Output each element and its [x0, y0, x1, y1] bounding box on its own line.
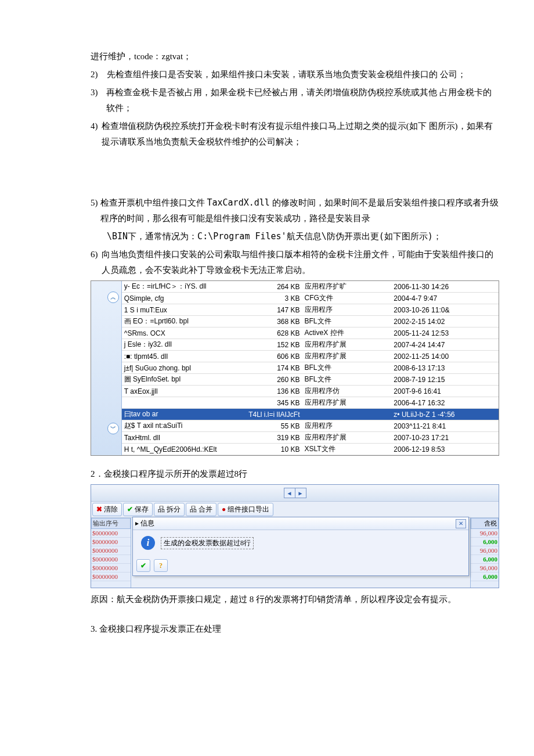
table-row[interactable]: 画 EO：=Lprtl60. bpl368 KBBFL文件2002-2-15 1… [122, 316, 499, 327]
list-item: 96,000 [471, 546, 499, 555]
table-row[interactable]: 345 KB应用程序扩展2006-4-17 16:32 [122, 397, 499, 409]
dialog-body: i 生成的金税发票数据超过8行 [133, 530, 468, 556]
text-5a: 检查开票机中组件接口文件 [100, 198, 207, 207]
num-4: 4) [91, 118, 102, 150]
split-label: 拆分 [167, 505, 181, 514]
dialog-message: 生成的金税发票数据超过8行 [161, 537, 254, 549]
merge-icon: 品 [190, 505, 197, 514]
table-row[interactable]: y- Ec：=irLfHC＞：iYS. dll264 KB应用程序扩旷2006-… [122, 281, 499, 293]
item-3: 3) 再检查金税卡是否被占用，如果金税卡已经被占用，请关闭增值税防伪税控系统或其… [35, 85, 499, 116]
left-header: 输出序号 [91, 518, 131, 529]
text-6: 向当地负责组件接口安装的公司索取与组件接口版本相符的金税卡注册文件，可能由于安装… [102, 247, 499, 278]
table-row[interactable]: TaxHtml. dll319 KB应用程序扩展2007-10-23 17:21 [122, 432, 499, 444]
section-3-title: 3. 金税接口程序提示发票正在处理 [35, 621, 499, 637]
dialog-title-text: 信息 [140, 519, 154, 527]
export-label: 组件接口导出 [228, 505, 269, 514]
num-2: 2) [91, 67, 107, 82]
left-column: 输出序号 $0000000$0000000$0000000$0000000$00… [91, 518, 131, 588]
text-5c: \BIN下，通常情况为：C:\Program Files'航天信息\防伪开票出更… [35, 229, 499, 244]
info-dialog: ▸ 信息 ✕ i 生成的金税发票数据超过8行 ✔ ? [132, 517, 469, 576]
clear-button[interactable]: ✖清除 [92, 503, 122, 516]
section-2-title: 2．金税接口程序提示所开的发票超过8行 [35, 466, 499, 482]
num-6: 6) [91, 247, 102, 278]
dialog-buttons: ✔ ? [133, 556, 468, 575]
list-item: $0000000 [91, 538, 131, 546]
text-3: 再检查金税卡是否被占用，如果金税卡已经被占用，请关闭增值税防伪税控系统或其他 占… [106, 85, 499, 116]
app-body: 输出序号 $0000000$0000000$0000000$0000000$00… [91, 518, 499, 588]
chevron-down-icon[interactable]: ︾ [107, 423, 119, 434]
file-name: TaxCardX.dll [207, 197, 269, 208]
save-label: 保存 [135, 505, 149, 514]
split-icon: 品 [158, 505, 165, 514]
file-table: y- Ec：=irLfHC＞：iYS. dll264 KB应用程序扩旷2006-… [122, 281, 499, 455]
explorer-sidebar: ︽ ︾ [91, 281, 122, 455]
table-row[interactable]: 赵$ T axil nt:aSuiTi55 KB应用程序2003^11-21 8… [122, 420, 499, 432]
table-row[interactable]: :■: tlpmt45. dll606 KB应用程序扩展2002-11-25 1… [122, 351, 499, 362]
dialog-titlebar: ▸ 信息 ✕ [133, 517, 468, 530]
num-5: 5) [91, 195, 100, 226]
table-row[interactable]: j Esle：iy32. dll152 KB应用程序扩展2007-4-24 14… [122, 339, 499, 351]
nav-left-icon[interactable]: ◄ [284, 488, 295, 498]
item-6: 6) 向当地负责组件接口安装的公司索取与组件接口版本相符的金税卡注册文件，可能由… [35, 247, 499, 278]
list-item: 6,000 [471, 555, 499, 564]
list-item: $0000000 [91, 564, 131, 573]
chevron-up-icon[interactable]: ︽ [107, 291, 119, 303]
table-row[interactable]: j±f| SuGuo zhong. bpl174 KBBFL文件2008-6-1… [122, 362, 499, 374]
split-button[interactable]: 品拆分 [154, 503, 185, 516]
list-item: 96,000 [471, 564, 499, 573]
list-item: 6,000 [471, 538, 499, 546]
item-5: 5) 检查开票机中组件接口文件 TaxCardX.dll 的修改时间，如果时间不… [35, 195, 499, 226]
right-header: 含税 [471, 518, 499, 529]
table-row[interactable]: ^SRms. OCX628 KBActiveX 控件2005-11-24 12:… [122, 327, 499, 339]
ok-button[interactable]: ✔ [136, 559, 150, 572]
info-icon: i [141, 536, 155, 550]
export-button[interactable]: ●组件接口导出 [218, 503, 273, 516]
table-row[interactable]: H t, ^ML_QyEdE2006Hd.:KElt10 KBXSLT文件200… [122, 444, 499, 455]
list-item: 96,000 [471, 529, 499, 538]
maintain-line: 进行维护，tcode：zgtvat； [35, 49, 499, 64]
list-item: $0000000 [91, 546, 131, 555]
check-icon: ✔ [127, 505, 133, 514]
item-4: 4) 检查增值税防伪税控系统打开金税卡时有没有提示组件接口马上过期之类的提示(如… [35, 118, 499, 150]
cause-text: 原因：航天金税防伪开票接口规定，超过 8 行的发票将打印销货清单，所以程序设定会… [35, 592, 499, 607]
clear-label: 清除 [104, 505, 118, 514]
list-item: $0000000 [91, 555, 131, 564]
spacer [35, 152, 499, 193]
text-4: 检查增值税防伪税控系统打开金税卡时有没有提示组件接口马上过期之类的提示(如下 图… [102, 118, 499, 150]
merge-button[interactable]: 品合并 [186, 503, 217, 516]
help-button[interactable]: ? [154, 559, 168, 572]
table-row[interactable]: 曰tav ob arT4Ll i.l=i lIAIJcFtz• ULiiJ-b-… [122, 409, 499, 420]
list-item: $0000000 [91, 573, 131, 581]
table-row[interactable]: 1 S i muT:Eux147 KB应用程序2003-10-26 11:0& [122, 304, 499, 316]
nav-arrows: ◄ ► [284, 488, 306, 498]
nav-right-icon[interactable]: ► [295, 488, 306, 498]
main-area: ▸ 信息 ✕ i 生成的金税发票数据超过8行 ✔ ? [131, 518, 470, 588]
close-icon[interactable]: ✕ [456, 519, 466, 528]
list-item: $0000000 [91, 529, 131, 538]
table-row[interactable]: QSimple, cfg3 KBCFG文件2004-4-7 9:47 [122, 293, 499, 304]
dialog-title: ▸ 信息 [135, 519, 154, 528]
merge-label: 合并 [199, 505, 212, 514]
x-icon: ✖ [96, 505, 102, 514]
item-2: 2) 先检查组件接口是否安装，如果组件接口未安装，请联系当地负责安装金税组件接口… [35, 67, 499, 82]
app-titlebar: ◄ ► [91, 485, 499, 502]
table-row[interactable]: 圖 SyElnfoSet. bpl260 KBBFL文件2008-7-19 12… [122, 374, 499, 386]
app-window: ◄ ► ✖清除 ✔保存 品拆分 品合并 ●组件接口导出 输出序号 $000000… [91, 484, 499, 588]
right-column: 含税 96,0006,00096,0006,00096,0006,000 [470, 518, 499, 588]
export-icon: ● [222, 505, 226, 514]
toolbar: ✖清除 ✔保存 品拆分 品合并 ●组件接口导出 [91, 502, 499, 518]
list-item: 6,000 [471, 573, 499, 581]
table-row[interactable]: T axEox.jjll136 KB应用程序仿200T-9-6 16:41 [122, 386, 499, 397]
file-explorer: ︽ ︾ y- Ec：=irLfHC＞：iYS. dll264 KB应用程序扩旷2… [91, 280, 499, 456]
text-5: 检查开票机中组件接口文件 TaxCardX.dll 的修改时间，如果时间不是最后… [100, 195, 499, 226]
save-button[interactable]: ✔保存 [123, 503, 153, 516]
num-3: 3) [91, 85, 106, 116]
text-2: 先检查组件接口是否安装，如果组件接口未安装，请联系当地负责安装金税组件接口的 公… [107, 67, 466, 82]
